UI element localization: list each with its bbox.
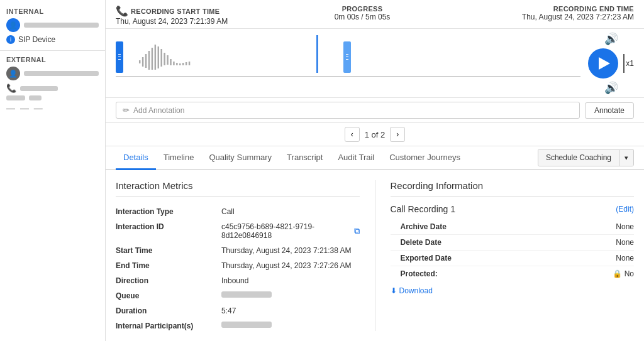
schedule-coaching-label[interactable]: Schedule Coaching xyxy=(538,149,619,166)
interaction-metrics-title: Interaction Metrics xyxy=(116,180,360,197)
of-label: of xyxy=(372,130,379,139)
edit-link[interactable]: (Edit) xyxy=(616,205,634,214)
ext-small-bar xyxy=(20,86,58,91)
metric-value-id: c45c9756-b689-4821-9719-8d12e0846918 ⧉ xyxy=(221,222,360,240)
svg-rect-5 xyxy=(155,45,156,70)
external-label: EXTERNAL xyxy=(0,53,105,65)
metric-label-direction: Direction xyxy=(116,276,216,285)
svg-rect-6 xyxy=(158,46,159,68)
recording-info-table: Archive Date None Delete Date None Expor… xyxy=(391,219,635,281)
rec-info-row-export: Exported Date None xyxy=(391,251,635,266)
download-button[interactable]: ⬇ Download xyxy=(391,286,635,295)
recording-progress-value: 0m 00s / 5m 05s xyxy=(254,13,470,21)
ext-dots: — — — xyxy=(0,102,105,114)
external-user-bar xyxy=(24,71,99,76)
metric-row-start: Start Time Thursday, August 24, 2023 7:2… xyxy=(116,243,360,258)
metric-row-id: Interaction ID c45c9756-b689-4821-9719-8… xyxy=(116,219,360,243)
external-icon-row: 📞 xyxy=(0,82,105,94)
rec-info-row-protected: Protected: 🔒 No xyxy=(391,266,635,281)
waveform-container[interactable] xyxy=(116,35,580,92)
exported-date-label: Exported Date xyxy=(391,254,452,263)
waveform-handle-left[interactable] xyxy=(116,41,123,73)
metric-row-end: End Time Thursday, August 24, 2023 7:27:… xyxy=(116,258,360,273)
recording-end-value: Thu, August 24, 2023 7:27:23 AM xyxy=(470,13,634,21)
recording-start: 📞 RECORDING START TIME Thu, August 24, 2… xyxy=(116,5,254,26)
svg-rect-13 xyxy=(179,63,180,65)
volume-up-icon[interactable]: 🔊 xyxy=(604,32,618,46)
svg-rect-12 xyxy=(176,63,177,65)
recording-header: 📞 RECORDING START TIME Thu, August 24, 2… xyxy=(106,0,644,29)
prev-page-button[interactable]: ‹ xyxy=(345,127,360,142)
svg-rect-8 xyxy=(164,53,165,65)
archive-date-value: None xyxy=(616,222,634,231)
play-button[interactable] xyxy=(588,48,618,78)
metric-label-participants: Internal Participant(s) xyxy=(116,322,216,330)
delete-date-label: Delete Date xyxy=(391,238,441,247)
schedule-coaching-chevron-icon[interactable]: ▾ xyxy=(619,150,633,166)
volume-down-icon[interactable]: 🔊 xyxy=(604,81,618,95)
internal-avatar: 👤 xyxy=(6,18,20,32)
total-pages: 2 xyxy=(380,130,385,139)
schedule-coaching-button[interactable]: Schedule Coaching ▾ xyxy=(538,149,634,166)
metric-value-participants xyxy=(221,322,360,328)
recording-information-section: Recording Information Call Recording 1 (… xyxy=(391,180,635,331)
ext-small-bar2 xyxy=(6,95,25,100)
svg-rect-16 xyxy=(189,62,190,65)
svg-rect-0 xyxy=(139,60,140,63)
page-info: 1 of 2 xyxy=(365,130,386,139)
ext-extra-bar xyxy=(29,95,42,100)
main-content: 📞 RECORDING START TIME Thu, August 24, 2… xyxy=(106,0,644,341)
pagination: ‹ 1 of 2 › xyxy=(106,123,644,146)
recording-end-title: RECORDING END TIME xyxy=(470,5,634,13)
vertical-divider xyxy=(375,180,375,331)
external-avatar: 👤 xyxy=(6,67,20,80)
speed-line xyxy=(623,54,625,73)
play-triangle-icon xyxy=(599,57,610,70)
protected-value: 🔒 No xyxy=(613,269,634,278)
download-icon: ⬇ xyxy=(391,286,397,295)
annotate-button[interactable]: Annotate xyxy=(585,102,634,119)
internal-user-row: 👤 xyxy=(0,16,105,34)
tab-transcript[interactable]: Transcript xyxy=(279,146,330,170)
metric-row-type: Interaction Type Call xyxy=(116,204,360,219)
metric-value-direction: Inbound xyxy=(221,276,360,285)
metric-row-participants: Internal Participant(s) xyxy=(116,318,360,333)
metric-label-queue: Queue xyxy=(116,291,216,300)
tabs-bar: Details Timeline Quality Summary Transcr… xyxy=(106,146,644,170)
archive-date-label: Archive Date xyxy=(391,222,447,231)
external-extra-row xyxy=(0,94,105,102)
info-icon: i xyxy=(6,35,15,44)
recording-end: RECORDING END TIME Thu, August 24, 2023 … xyxy=(470,5,634,21)
current-page: 1 xyxy=(365,130,369,139)
svg-rect-7 xyxy=(160,49,162,67)
annotation-input-wrapper[interactable]: ✏ Add Annotation xyxy=(116,102,580,119)
internal-label: INTERNAL xyxy=(0,5,105,16)
annotation-placeholder: Add Annotation xyxy=(133,106,184,115)
speed-label[interactable]: x1 xyxy=(626,59,634,68)
tab-audit-trail[interactable]: Audit Trail xyxy=(330,146,382,170)
metric-value-start: Thursday, August 24, 2023 7:21:38 AM xyxy=(221,246,360,255)
metric-label-duration: Duration xyxy=(116,306,216,315)
recording-start-value: Thu, August 24, 2023 7:21:39 AM xyxy=(116,17,254,26)
metric-label-type: Interaction Type xyxy=(116,207,216,216)
call-recording-header: Call Recording 1 (Edit) xyxy=(391,204,635,214)
sidebar: INTERNAL 👤 i SIP Device EXTERNAL 👤 📞 — —… xyxy=(0,0,106,341)
recording-progress-title: PROGRESS xyxy=(254,5,470,13)
pencil-icon: ✏ xyxy=(123,106,130,115)
next-page-button[interactable]: › xyxy=(390,127,405,142)
tab-customer-journeys[interactable]: Customer Journeys xyxy=(382,146,468,170)
player-controls: 🔊 x1 🔊 xyxy=(588,32,634,95)
svg-rect-9 xyxy=(167,55,168,65)
tab-quality-summary[interactable]: Quality Summary xyxy=(201,146,279,170)
waveform-handle-right[interactable] xyxy=(343,41,351,73)
exported-date-value: None xyxy=(616,254,634,263)
protected-label: Protected: xyxy=(391,269,438,278)
download-label[interactable]: Download xyxy=(399,286,433,295)
metric-row-queue: Queue xyxy=(116,288,360,303)
copy-icon[interactable]: ⧉ xyxy=(354,226,360,236)
phone-icon: 📞 xyxy=(6,84,16,93)
recording-start-title: RECORDING START TIME xyxy=(131,8,219,15)
external-user-row: 👤 xyxy=(0,65,105,82)
tab-details[interactable]: Details xyxy=(116,146,156,170)
tab-timeline[interactable]: Timeline xyxy=(156,146,202,170)
